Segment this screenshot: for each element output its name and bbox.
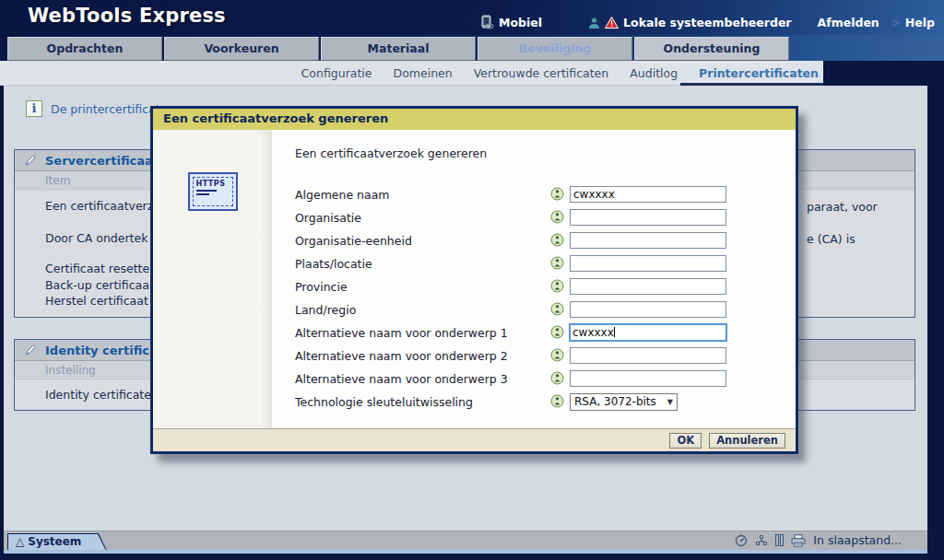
generate-certificate-request-dialog: Een certificaatverzoek genereren HTTPS E… [150, 106, 798, 454]
field-help-icon [550, 371, 564, 385]
panel-title: Servercertificaat [45, 154, 159, 168]
form-row-subject-alt-name-2: Alternatieve naam voor onderwerp 2 [272, 345, 796, 368]
header-bar: WebTools Express Mobiel Lokale systeembe… [0, 0, 944, 35]
dialog-body: HTTPS Een certificaatverzoek genereren A… [153, 130, 796, 428]
main-tab-bar: Opdrachten Voorkeuren Materiaal Beveilig… [0, 35, 944, 61]
panel-row[interactable]: Herstel certificaat [45, 294, 148, 308]
page-info-row: i De printercertificate [26, 100, 167, 117]
header-links: Mobiel Lokale systeembeheerder Afmelden … [479, 0, 935, 35]
sleep-status-text: In slaapstand... [813, 533, 902, 547]
energy-saver-icon [735, 534, 748, 547]
subtab-domeinen[interactable]: Domeinen [394, 66, 453, 80]
subject-alt-name-2-input[interactable] [570, 347, 726, 364]
dialog-heading: Een certificaatverzoek genereren [295, 146, 487, 160]
webtools-express-app: WebTools Express Mobiel Lokale systeembe… [0, 0, 944, 560]
sub-tab-bar: Configuratie Domeinen Vertrouwde certifi… [0, 61, 823, 86]
dialog-form-area: Een certificaatverzoek genereren Algemen… [272, 130, 796, 428]
panel-row[interactable]: Een certificaatverz [45, 199, 153, 213]
organization-input[interactable] [570, 209, 726, 226]
field-help-icon [550, 187, 564, 201]
tab-beveiliging[interactable]: Beveiliging [478, 37, 632, 61]
info-icon: i [26, 100, 42, 117]
panel-row[interactable]: Back-up certificaa [45, 278, 149, 292]
tab-opdrachten[interactable]: Opdrachten [7, 37, 162, 61]
field-label: Alternatieve naam voor onderwerp 2 [295, 349, 508, 363]
pause-icon [775, 534, 784, 546]
country-input[interactable] [570, 301, 726, 318]
key-exchange-select[interactable]: RSA, 3072-bits ▼ [570, 393, 678, 411]
tab-materiaal[interactable]: Materiaal [321, 37, 476, 61]
dialog-left-column: HTTPS [153, 130, 272, 428]
field-help-icon [550, 394, 564, 408]
form-row-locality: Plaats/locatie [272, 253, 796, 276]
subject-alt-name-3-input[interactable] [570, 370, 726, 387]
common-name-input[interactable] [570, 186, 726, 203]
status-bar: △Systeem In slaapstand... [4, 531, 927, 550]
form-row-key-exchange: Technologie sleuteluitwisseling RSA, 307… [272, 391, 796, 414]
status-indicators: In slaapstand... [735, 533, 902, 547]
help-arrow-icon: > [891, 17, 901, 29]
field-help-icon [550, 302, 564, 316]
https-certificate-icon: HTTPS [188, 172, 238, 211]
app-title: WebTools Express [28, 5, 226, 27]
row-text-fragment: e (CA) is [807, 232, 856, 246]
dialog-footer: OK Annuleren [153, 428, 796, 451]
field-help-icon [550, 256, 564, 270]
subtab-printercertificaten[interactable]: Printercertificaten [699, 66, 819, 80]
organizational-unit-input[interactable] [570, 232, 726, 249]
logged-in-user: Lokale systeembeheerder [588, 16, 791, 29]
subtab-auditlog[interactable]: Auditlog [630, 66, 678, 80]
form-row-organization: Organisatie [272, 207, 796, 230]
mobile-link[interactable]: Mobiel [479, 15, 542, 29]
panel-title: Identity certific [45, 344, 149, 357]
field-help-icon [550, 210, 564, 224]
mobile-phone-icon [479, 15, 494, 29]
text-cursor [614, 327, 615, 337]
printer-icon [791, 534, 806, 547]
subtab-configuratie[interactable]: Configuratie [301, 66, 372, 80]
help-link[interactable]: > Help [891, 16, 935, 29]
panel-row[interactable]: Identity certificate [45, 388, 151, 402]
certificate-request-form: Algemene naam Organisatie [272, 184, 796, 414]
warning-icon [605, 17, 619, 29]
user-icon [588, 17, 600, 29]
province-input[interactable] [570, 278, 726, 295]
system-tab-label: Systeem [28, 535, 81, 548]
cancel-button[interactable]: Annuleren [709, 433, 785, 449]
field-label: Alternatieve naam voor onderwerp 1 [295, 326, 508, 340]
field-help-icon [550, 348, 564, 362]
system-warning-icon: △ [16, 535, 24, 548]
user-name-label: Lokale systeembeheerder [623, 16, 791, 29]
field-label: Technologie sleuteluitwisseling [295, 395, 473, 409]
subject-alt-name-1-input[interactable]: cwxxxx [569, 323, 727, 342]
form-row-organizational-unit: Organisatie-eenheid [272, 230, 796, 253]
field-label: Alternatieve naam voor onderwerp 3 [295, 372, 508, 386]
panel-row[interactable]: Certificaat resette [45, 262, 149, 275]
locality-input[interactable] [570, 255, 726, 272]
tab-ondersteuning[interactable]: Ondersteuning [634, 37, 789, 61]
field-label: Organisatie [295, 211, 361, 225]
network-icon [755, 534, 768, 546]
bottom-strip [4, 550, 927, 554]
chevron-down-icon: ▼ [667, 394, 673, 410]
field-help-icon [550, 233, 564, 247]
form-row-common-name: Algemene naam [272, 184, 796, 207]
system-status-tab[interactable]: △Systeem [7, 533, 107, 551]
form-row-subject-alt-name-1: Alternatieve naam voor onderwerp 1 cwxxx… [272, 322, 796, 345]
field-label: Algemene naam [295, 188, 390, 202]
form-row-country: Land/regio [272, 299, 796, 322]
form-row-province: Provincie [272, 276, 796, 299]
field-label: Organisatie-eenheid [295, 234, 412, 248]
ok-button[interactable]: OK [669, 433, 702, 449]
field-help-icon [550, 279, 564, 293]
tab-voorkeuren[interactable]: Voorkeuren [164, 37, 319, 61]
field-label: Land/regio [295, 303, 356, 317]
dialog-title-bar: Een certificaatverzoek genereren [153, 109, 796, 130]
pencil-icon [23, 153, 38, 168]
field-help-icon [550, 325, 564, 339]
panel-row[interactable]: Door CA ondertek [45, 231, 148, 245]
row-text-fragment: paraat, voor [807, 200, 878, 214]
subtab-vertrouwde-certificaten[interactable]: Vertrouwde certificaten [474, 66, 609, 80]
logout-link[interactable]: Afmelden [818, 16, 879, 29]
form-row-subject-alt-name-3: Alternatieve naam voor onderwerp 3 [272, 368, 796, 391]
